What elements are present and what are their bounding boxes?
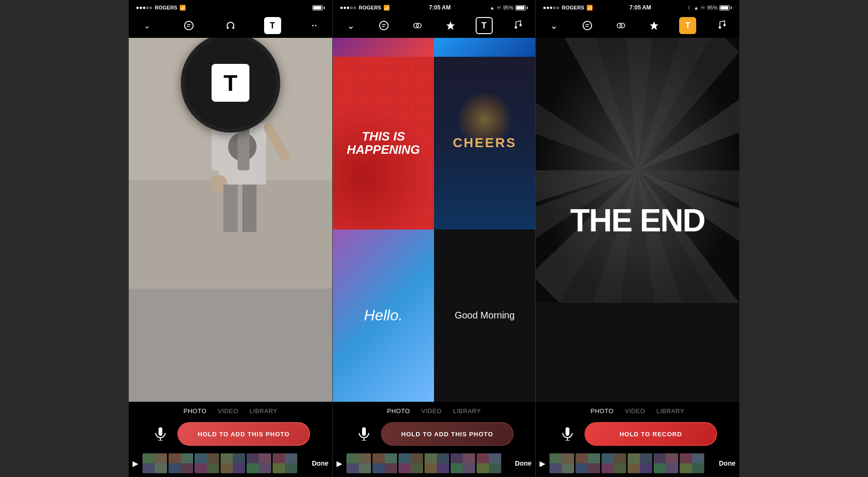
- done-button-1[interactable]: Done: [312, 459, 328, 467]
- dot3-3: [550, 7, 552, 9]
- film-thumb-3-5[interactable]: [654, 453, 678, 473]
- tab-library-3[interactable]: LIBRARY: [656, 407, 684, 415]
- battery-tip-3: [731, 7, 732, 9]
- chevron-down-icon-3[interactable]: ⌄: [545, 17, 562, 34]
- grid-card-3[interactable]: Hello.: [333, 230, 434, 402]
- chevron-down-icon-2[interactable]: ⌄: [342, 17, 359, 34]
- message-icon-3[interactable]: [579, 17, 596, 34]
- phone-screen-1: ROGERS 📶 ⌄: [129, 0, 332, 477]
- circles-icon-3[interactable]: [612, 17, 629, 34]
- moon-icon-3: ☾: [688, 5, 692, 10]
- film-thumb-3-3[interactable]: [602, 453, 626, 473]
- star-icon-2[interactable]: [442, 17, 459, 34]
- text-t-icon-3[interactable]: T: [679, 17, 696, 34]
- headphone-icon-1[interactable]: [222, 17, 239, 34]
- film-thumb-2-6[interactable]: [477, 453, 501, 473]
- status-bar-3: ROGERS 📶 7:05 AM ☾ ▲ ♾ 95%: [536, 0, 739, 13]
- more-icon-1[interactable]: [306, 17, 323, 34]
- carrier-3: ROGERS: [562, 5, 585, 10]
- hold-to-record-btn-3[interactable]: HOLD TO RECORD: [585, 422, 717, 446]
- tab-photo-2[interactable]: PHOTO: [387, 407, 410, 415]
- status-right-1: [312, 5, 325, 10]
- tab-library-2[interactable]: LIBRARY: [453, 407, 481, 415]
- status-left-1: ROGERS 📶: [136, 5, 186, 11]
- film-thumb-3[interactable]: [195, 453, 219, 473]
- svg-point-27: [416, 23, 421, 28]
- battery-body-1: [312, 5, 323, 10]
- battery-1: [312, 5, 325, 10]
- tab-video-3[interactable]: VIDEO: [625, 407, 645, 415]
- film-thumb-2-1[interactable]: [346, 453, 371, 473]
- dot5: [150, 7, 152, 9]
- battery-fill-3: [720, 6, 728, 9]
- svg-point-5: [312, 25, 314, 26]
- film-thumb-6[interactable]: [273, 453, 297, 473]
- message-icon-2[interactable]: [375, 17, 392, 34]
- tab-video-1[interactable]: VIDEO: [218, 407, 238, 415]
- music-icon-3[interactable]: [713, 17, 730, 34]
- action-row-1: HOLD TO ADD THIS PHOTO: [129, 418, 332, 451]
- film-thumb-2-4[interactable]: [425, 453, 449, 473]
- film-thumb-3-1[interactable]: [549, 453, 574, 473]
- filmstrip-2: ▶ Done: [333, 451, 535, 475]
- message-icon-1[interactable]: [180, 17, 197, 34]
- nav-bar-3: ⌄ T: [536, 13, 739, 38]
- film-thumb-2-5[interactable]: [451, 453, 475, 473]
- tab-photo-1[interactable]: PHOTO: [184, 407, 207, 415]
- battery-pct-2: 95%: [503, 5, 514, 10]
- carrier-2: ROGERS: [359, 5, 381, 10]
- text-grid: THIS IS HAPPENING CHEERS Hello. Good Mor…: [333, 38, 535, 402]
- dot3-2: [547, 7, 549, 9]
- grid-card-2[interactable]: CHEERS: [434, 57, 535, 230]
- dot3: [143, 7, 145, 9]
- mic-button-1[interactable]: [151, 424, 170, 443]
- dot4: [146, 7, 149, 9]
- text-t-icon-1[interactable]: T: [264, 17, 281, 34]
- svg-point-23: [380, 21, 388, 30]
- status-left-3: ROGERS 📶: [543, 5, 593, 11]
- dot2: [140, 7, 142, 9]
- location-icon-2: ▲: [490, 5, 495, 10]
- film-thumb-2-3[interactable]: [399, 453, 423, 473]
- tab-photo-3[interactable]: PHOTO: [591, 407, 614, 415]
- film-thumb-3-6[interactable]: [680, 453, 704, 473]
- play-button-2[interactable]: ▶: [337, 459, 342, 468]
- dot3-5: [557, 7, 559, 9]
- svg-point-6: [315, 25, 317, 26]
- mic-button-2[interactable]: [354, 424, 373, 443]
- hold-to-add-photo-btn-1[interactable]: HOLD TO ADD THIS PHOTO: [177, 422, 310, 446]
- grid-card-4[interactable]: Good Morning: [434, 230, 535, 402]
- circles-icon-2[interactable]: [409, 17, 426, 34]
- film-thumb-5[interactable]: [247, 453, 271, 473]
- film-thumb-1[interactable]: [142, 453, 167, 473]
- tab-library-1[interactable]: LIBRARY: [249, 407, 277, 415]
- music-icon-2[interactable]: [509, 17, 526, 34]
- film-thumb-3-2[interactable]: [576, 453, 600, 473]
- nav-bar-1: ⌄ T: [129, 13, 332, 38]
- grid-card-1[interactable]: THIS IS HAPPENING: [333, 57, 434, 230]
- play-button-3[interactable]: ▶: [540, 459, 545, 468]
- grid-color-bar-right: [434, 38, 535, 57]
- hold-to-add-photo-btn-2[interactable]: HOLD TO ADD THIS PHOTO: [381, 422, 514, 446]
- svg-point-36: [620, 23, 625, 28]
- main-content-1: T: [129, 38, 332, 402]
- star-icon-3[interactable]: [646, 17, 663, 34]
- bottom-section-2: PHOTO VIDEO LIBRARY HOLD TO ADD THIS PHO…: [333, 402, 535, 477]
- mic-button-3[interactable]: [558, 424, 577, 443]
- done-button-2[interactable]: Done: [515, 459, 531, 467]
- play-button-1[interactable]: ▶: [133, 459, 138, 468]
- done-button-3[interactable]: Done: [719, 459, 735, 467]
- film-thumb-2-2[interactable]: [372, 453, 397, 473]
- text-t-icon-2[interactable]: T: [476, 17, 493, 34]
- bluetooth-icon-2: ♾: [496, 5, 501, 11]
- dot3-4: [553, 7, 556, 9]
- film-thumb-4[interactable]: [221, 453, 245, 473]
- film-thumb-3-4[interactable]: [628, 453, 652, 473]
- signal-dots-1: [136, 7, 152, 9]
- tab-video-2[interactable]: VIDEO: [421, 407, 442, 415]
- battery-fill-1: [313, 6, 321, 9]
- film-thumb-2[interactable]: [168, 453, 193, 473]
- chevron-down-icon-1[interactable]: ⌄: [138, 17, 155, 34]
- wifi-icon-1: 📶: [179, 5, 186, 11]
- the-end-background: THE END: [536, 38, 739, 402]
